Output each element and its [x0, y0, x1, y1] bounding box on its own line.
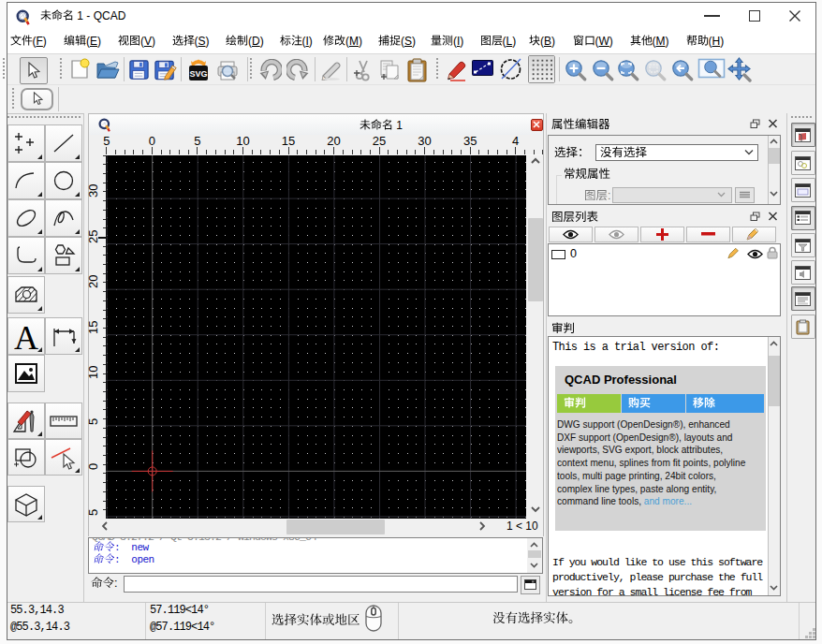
- svg-text:SVG: SVG: [189, 69, 207, 79]
- svg-text:A: A: [14, 320, 38, 352]
